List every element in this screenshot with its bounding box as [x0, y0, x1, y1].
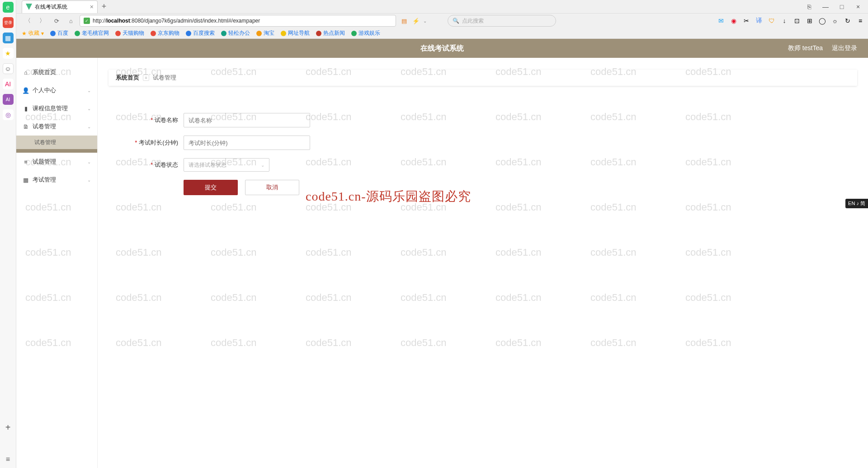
- cancel-button[interactable]: 取消: [245, 180, 299, 195]
- window-controls: ⎘ — □ ×: [803, 2, 868, 11]
- ext-icon-pip[interactable]: ⊡: [793, 17, 801, 25]
- chevron-down-icon: ⌄: [261, 163, 264, 168]
- ext-icon-1[interactable]: ✉: [717, 17, 725, 25]
- strip-menu-icon[interactable]: ≡: [6, 455, 10, 463]
- tab-close-icon[interactable]: ×: [90, 3, 94, 10]
- nav-forward-icon[interactable]: 〉: [36, 15, 48, 27]
- ext-icon-more[interactable]: ↻: [844, 17, 852, 25]
- strip-icon-star[interactable]: ★: [3, 48, 14, 59]
- sidebar-label: 系统首页: [33, 68, 56, 76]
- sidebar: ⌂ 系统首页 👤 个人中心 ⌄ ▮ 课程信息管理 ⌄ 🗎 试卷管理 ⌄ 试卷管理…: [16, 39, 98, 468]
- bookmark-item-4[interactable]: 百度搜索: [186, 29, 215, 37]
- nav-reload-icon[interactable]: ⟳: [51, 15, 62, 27]
- watermark-tile: code51.cn: [590, 337, 637, 349]
- strip-add-icon[interactable]: +: [5, 422, 11, 433]
- watermark-tile: code51.cn: [211, 292, 257, 304]
- ext-icon-shield[interactable]: 🛡: [768, 17, 776, 25]
- watermark-tile: code51.cn: [590, 247, 637, 258]
- main-content: 系统首页 ≡ 试卷管理 *试卷名称 *考试时长(分钟) *试卷状态 请选择试卷状…: [98, 39, 868, 468]
- strip-icon-ai1[interactable]: AI: [3, 79, 14, 89]
- watermark-tile: code51.cn: [306, 337, 352, 349]
- watermark-tile: code51.cn: [495, 247, 542, 258]
- form-row-duration: *考试时长(分钟): [125, 136, 857, 150]
- ext-icon-theme[interactable]: ☼: [831, 17, 839, 25]
- breadcrumb-sep-icon: ≡: [143, 75, 149, 81]
- watermark-tile: code51.cn: [306, 201, 352, 213]
- ext-icon-download[interactable]: ↓: [780, 17, 788, 25]
- sidebar-label: 试卷管理: [34, 139, 56, 146]
- new-tab-button[interactable]: +: [98, 2, 110, 11]
- window-pin-icon[interactable]: ⎘: [803, 2, 816, 11]
- browser-search-input[interactable]: 🔍 点此搜索: [448, 15, 556, 27]
- watermark-tile: code51.cn: [685, 247, 731, 258]
- strip-icon-robot[interactable]: ☺: [3, 63, 14, 74]
- bookmark-item-5[interactable]: 轻松办公: [221, 29, 250, 37]
- bookmark-item-3[interactable]: 京东购物: [151, 29, 179, 37]
- watermark-tile: code51.cn: [306, 247, 352, 258]
- reader-mode-icon[interactable]: ▤: [401, 18, 407, 24]
- strip-icon-login[interactable]: 登录: [3, 17, 14, 28]
- breadcrumb-root[interactable]: 系统首页: [116, 74, 139, 82]
- window-minimize-icon[interactable]: —: [819, 2, 832, 11]
- watermark-tile: code51.cn: [211, 337, 257, 349]
- watermark-tile: code51.cn: [211, 247, 257, 258]
- watermark-tile: code51.cn: [401, 292, 447, 304]
- bookmark-item-2[interactable]: 天猫购物: [115, 29, 144, 37]
- sidebar-band: [16, 149, 97, 153]
- lightning-icon[interactable]: ⚡: [412, 18, 420, 24]
- watermark-tile: code51.cn: [306, 292, 352, 304]
- watermark-tile: code51.cn: [116, 337, 162, 349]
- status-select[interactable]: 请选择试卷状态 ⌄: [184, 158, 269, 172]
- submit-button[interactable]: 提交: [184, 180, 238, 195]
- chevron-down-icon: ⌄: [87, 178, 91, 183]
- header-logout[interactable]: 退出登录: [832, 44, 857, 52]
- ext-icon-translate[interactable]: 译: [755, 17, 763, 25]
- button-row: 提交 取消: [184, 180, 857, 195]
- bookmark-item-7[interactable]: 网址导航: [281, 29, 310, 37]
- chevron-down-icon[interactable]: ⌄: [423, 19, 427, 23]
- bookmark-favorites[interactable]: ★ 收藏 ▾: [22, 29, 44, 37]
- sidebar-item-course[interactable]: ▮ 课程信息管理 ⌄: [16, 99, 97, 117]
- bookmark-item-0[interactable]: 百度: [50, 29, 68, 37]
- nav-home-icon[interactable]: ⌂: [65, 15, 77, 27]
- breadcrumb: 系统首页 ≡ 试卷管理: [108, 70, 857, 86]
- search-placeholder: 点此搜索: [462, 17, 484, 25]
- ime-badge[interactable]: EN ♪ 简: [845, 199, 868, 208]
- strip-icon-circle[interactable]: ◎: [3, 109, 14, 120]
- sidebar-item-question[interactable]: ≡ 试题管理 ⌄: [16, 153, 97, 171]
- sidebar-item-profile[interactable]: 👤 个人中心 ⌄: [16, 81, 97, 99]
- browser-menu-icon[interactable]: ≡: [856, 17, 864, 25]
- bookmark-item-1[interactable]: 老毛桃官网: [75, 29, 109, 37]
- strip-icon-browser[interactable]: e: [3, 2, 14, 13]
- watermark-tile: code51.cn: [116, 201, 162, 213]
- window-close-icon[interactable]: ×: [852, 2, 864, 11]
- toolbar-right-icons: ✉ ◉ ✂ 译 🛡 ↓ ⊡ ⊞ ◯ ☼ ↻ ≡: [717, 17, 864, 25]
- strip-icon-app1[interactable]: ▦: [3, 33, 14, 43]
- sidebar-label: 试卷管理: [33, 122, 56, 131]
- ext-icon-scissors[interactable]: ✂: [742, 17, 750, 25]
- ext-icon-chrome[interactable]: ◯: [818, 17, 826, 25]
- window-maximize-icon[interactable]: □: [835, 2, 848, 11]
- name-input[interactable]: [184, 113, 310, 127]
- bookmark-item-6[interactable]: 淘宝: [256, 29, 274, 37]
- watermark-grid: code51.cncode51.cncode51.cncode51.cncode…: [98, 39, 868, 468]
- url-input[interactable]: ✓ http://localhost:8080/django7k6gs/admi…: [80, 15, 396, 27]
- sidebar-label: 考试管理: [33, 176, 56, 184]
- ext-icon-weibo[interactable]: ◉: [730, 17, 738, 25]
- bookmark-item-9[interactable]: 游戏娱乐: [351, 29, 380, 37]
- watermark-tile: code51.cn: [685, 292, 731, 304]
- search-icon: 🔍: [453, 18, 459, 24]
- sidebar-item-paper[interactable]: 🗎 试卷管理 ⌄: [16, 117, 97, 136]
- chevron-down-icon: ⌄: [87, 124, 91, 129]
- sidebar-item-home[interactable]: ⌂ 系统首页: [16, 63, 97, 81]
- header-user[interactable]: 教师 testTea: [788, 44, 823, 52]
- browser-tab-active[interactable]: 在线考试系统 ×: [22, 0, 98, 13]
- ext-icon-apps[interactable]: ⊞: [806, 17, 814, 25]
- sidebar-item-exam[interactable]: ▦ 考试管理 ⌄: [16, 171, 97, 189]
- nav-back-icon[interactable]: 〈: [22, 15, 33, 27]
- bookmark-item-8[interactable]: 热点新闻: [316, 29, 345, 37]
- strip-icon-ai2[interactable]: AI: [3, 94, 14, 105]
- sidebar-subitem-paper-mgmt[interactable]: 试卷管理: [16, 136, 97, 149]
- duration-input[interactable]: [184, 136, 310, 150]
- breadcrumb-current: 试卷管理: [153, 74, 176, 82]
